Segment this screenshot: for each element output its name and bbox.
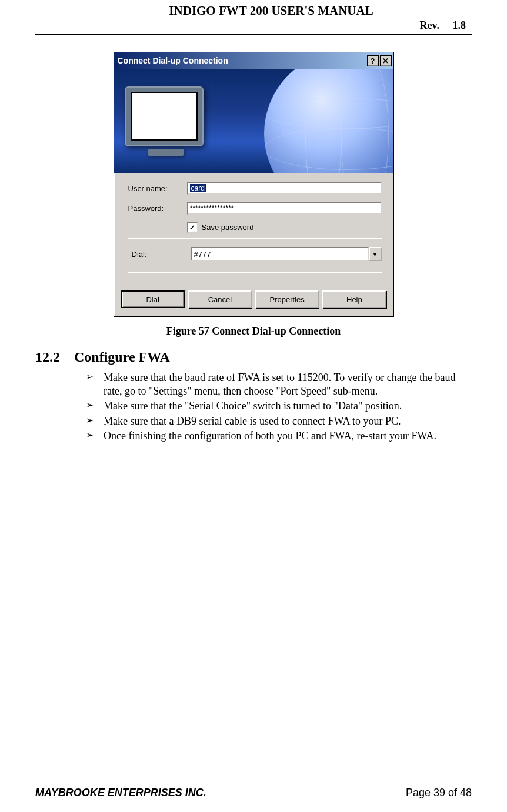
- combo-dropdown-button[interactable]: ▼: [369, 247, 382, 261]
- password-input[interactable]: ****************: [187, 202, 382, 215]
- section-title: Configure FWA: [74, 349, 170, 365]
- footer-page-number: Page 39 of 48: [406, 787, 472, 799]
- properties-button[interactable]: Properties: [255, 290, 319, 308]
- form-separator: [128, 238, 382, 239]
- help-titlebar-button[interactable]: ?: [367, 55, 379, 66]
- section-heading: 12.2Configure FWA: [35, 349, 472, 365]
- username-label: User name:: [128, 184, 187, 193]
- dial-value[interactable]: #777: [191, 247, 369, 261]
- list-item: Once finishing the configuration of both…: [86, 429, 472, 443]
- page-header: INDIGO FWT 200 USER'S MANUAL Rev. 1.8: [35, 0, 472, 35]
- rev-label: Rev.: [420, 19, 440, 31]
- globe-icon: [264, 69, 393, 173]
- rev-value: 1.8: [453, 19, 466, 31]
- username-value: card: [190, 184, 206, 192]
- password-label: Password:: [128, 204, 187, 213]
- page-footer: MAYBROOKE ENTERPRISES INC. Page 39 of 48: [35, 787, 472, 799]
- dial-combo[interactable]: #777 ▼: [191, 247, 382, 261]
- dialup-dialog: Connect Dial-up Connection ? ✕ U: [114, 52, 394, 317]
- list-item: Make sure that a DB9 serial cable is use…: [86, 415, 472, 428]
- section-number: 12.2: [35, 349, 60, 365]
- document-title: INDIGO FWT 200 USER'S MANUAL: [35, 4, 472, 18]
- list-item: Make sure that the "Serial Choice" switc…: [86, 399, 472, 413]
- dial-button[interactable]: Dial: [121, 290, 185, 308]
- form-separator-2: [128, 272, 382, 273]
- list-item: Make sure that the baud rate of FWA is s…: [86, 371, 472, 397]
- figure-caption: Figure 57 Connect Dial-up Connection: [35, 325, 472, 338]
- header-rule: [35, 34, 472, 35]
- help-button[interactable]: Help: [322, 290, 386, 308]
- username-input[interactable]: card: [187, 182, 382, 195]
- cancel-button[interactable]: Cancel: [188, 290, 252, 308]
- monitor-icon: [125, 86, 207, 157]
- dialog-button-row: Dial Cancel Properties Help: [114, 287, 393, 316]
- close-titlebar-button[interactable]: ✕: [380, 55, 392, 66]
- bullet-list: Make sure that the baud rate of FWA is s…: [86, 371, 472, 443]
- footer-company: MAYBROOKE ENTERPRISES INC.: [35, 787, 206, 799]
- dialog-form: User name: card Password: **************…: [114, 173, 393, 287]
- dial-label: Dial:: [128, 250, 191, 259]
- chevron-down-icon: ▼: [372, 251, 378, 258]
- dialog-banner: [114, 69, 393, 173]
- revision-line: Rev. 1.8: [35, 19, 472, 32]
- dialog-titlebar: Connect Dial-up Connection ? ✕: [114, 52, 393, 69]
- save-password-label: Save password: [202, 223, 254, 232]
- dialog-title: Connect Dial-up Connection: [118, 56, 366, 65]
- password-value: ****************: [190, 204, 234, 212]
- save-password-checkbox[interactable]: ✓: [187, 222, 198, 233]
